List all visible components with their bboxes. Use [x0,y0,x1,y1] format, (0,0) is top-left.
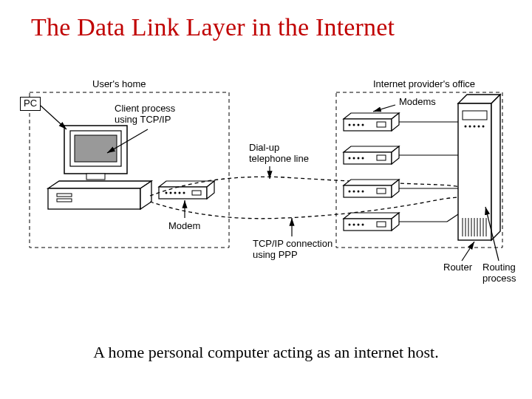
label-pc: PC [20,97,41,111]
svg-rect-36 [344,219,392,231]
svg-rect-30 [344,185,392,197]
svg-rect-18 [344,119,392,131]
svg-point-51 [474,126,476,128]
svg-point-32 [353,191,355,193]
svg-point-52 [478,126,480,128]
svg-line-46 [447,214,458,222]
home-modem-icon [159,181,214,199]
svg-line-63 [41,106,66,129]
svg-point-12 [170,192,172,194]
router-icon [458,95,500,240]
svg-point-34 [362,191,364,193]
svg-point-22 [362,124,364,126]
svg-point-21 [358,124,360,126]
svg-point-33 [358,191,360,193]
svg-point-50 [469,126,471,128]
svg-point-13 [174,192,177,194]
caption: A home personal computer acting as an in… [0,343,532,362]
label-router: Router [443,262,472,273]
svg-point-15 [183,192,185,194]
label-tcpip-ppp: TCP/IP connection using PPP [253,239,332,261]
svg-point-20 [353,124,355,126]
svg-point-28 [362,157,364,160]
label-users-home: User's home [92,79,146,90]
isp-modems-icon [344,113,399,231]
svg-point-14 [179,192,181,194]
svg-point-27 [358,157,360,160]
svg-point-19 [349,124,351,126]
svg-point-26 [353,157,355,160]
network-diagram: User's home Internet provider's office P… [18,70,514,292]
label-dialup: Dial-up telephone line [249,143,309,165]
svg-point-38 [353,224,355,226]
svg-point-37 [349,224,351,226]
svg-point-40 [362,224,364,226]
svg-point-53 [482,126,485,128]
label-routing-process: Routing process [482,262,516,284]
svg-point-49 [465,126,467,128]
svg-point-25 [349,157,351,160]
svg-line-69 [462,242,474,261]
svg-rect-4 [75,135,117,162]
svg-point-39 [358,224,360,226]
svg-point-11 [166,192,168,194]
svg-point-31 [349,191,351,193]
label-modem-left: Modem [168,221,200,232]
pc-icon [48,126,151,209]
svg-line-68 [373,105,395,112]
svg-rect-5 [86,174,105,180]
label-client-process: Client process using TCP/IP [115,103,175,126]
svg-rect-24 [344,152,392,164]
label-modems: Modems [399,97,436,108]
page-title: The Data Link Layer in the Internet [31,13,395,41]
label-isp-office: Internet provider's office [373,79,475,90]
